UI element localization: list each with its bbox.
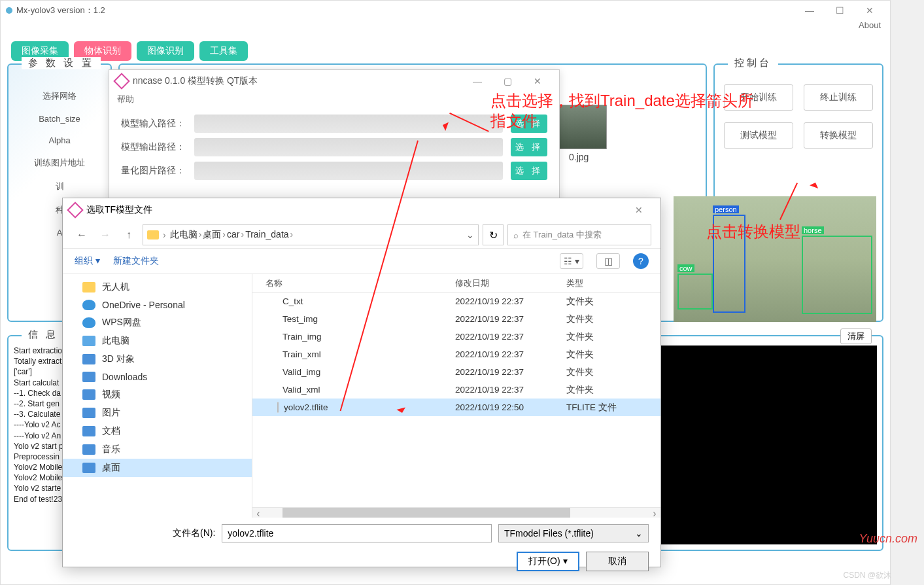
detection-box: horse (802, 236, 872, 314)
control-title: 控制台 (728, 57, 778, 69)
breadcrumb-segment[interactable]: 桌面 (203, 229, 221, 239)
new-folder-button[interactable]: 新建文件夹 (113, 255, 159, 267)
param-item[interactable]: 训练图片地址 (9, 151, 111, 175)
ico-cloud-icon (82, 317, 95, 328)
path-dropdown-icon[interactable]: ⌄ (466, 230, 474, 240)
view-mode-button[interactable]: ☷ ▾ (560, 253, 583, 269)
input-path-choose-button[interactable]: 选 择 (511, 115, 547, 133)
param-item[interactable]: 选择网络 (9, 84, 111, 108)
sidebar-tree[interactable]: 无人机OneDrive - PersonalWPS网盘此电脑3D 对象Downl… (63, 274, 252, 518)
quant-path-choose-button[interactable]: 选 择 (511, 162, 547, 180)
param-item[interactable]: 训 (9, 175, 111, 198)
sidebar-item[interactable]: OneDrive - Personal (63, 296, 252, 313)
nav-up-button[interactable]: ↑ (119, 225, 139, 245)
file-open-dialog: 选取TF模型文件 ✕ ← → ↑ › 此电脑›桌面›car›Train_data… (62, 198, 661, 567)
sidebar-item[interactable]: WPS网盘 (63, 313, 252, 332)
sidebar-item[interactable]: 视频 (63, 385, 252, 404)
output-path-choose-button[interactable]: 选 择 (511, 138, 547, 156)
file-row[interactable]: Train_img2022/10/19 22:37文件夹 (252, 328, 660, 346)
minimize-button[interactable]: — (795, 1, 825, 20)
sidebar-item[interactable]: Downloads (63, 368, 252, 385)
nncase-minimize[interactable]: — (462, 72, 492, 90)
ico-blue-icon (82, 444, 95, 455)
start-training-button[interactable]: 开始训练 (724, 84, 793, 111)
clear-screen-button[interactable]: 清屏 (840, 328, 872, 344)
organize-menu[interactable]: 组织 ▾ (75, 255, 100, 267)
sidebar-item[interactable]: 文档 (63, 422, 252, 440)
ico-folder-icon (82, 282, 95, 292)
preview-pane-button[interactable]: ◫ (596, 253, 620, 269)
detection-preview: personcowhorse (674, 196, 876, 322)
close-button[interactable]: ✕ (855, 1, 885, 20)
tab-2[interactable]: 图像识别 (137, 41, 194, 61)
ico-blue-icon (82, 372, 95, 382)
sidebar-item[interactable]: 图片 (63, 404, 252, 422)
watermark: CSDN @欲沐 (843, 570, 891, 581)
detection-box: cow (677, 274, 713, 310)
folder-icon (147, 230, 159, 239)
file-row[interactable]: Test_img2022/10/19 22:37文件夹 (252, 310, 660, 328)
param-item[interactable]: Alpha (9, 130, 111, 151)
filetype-dropdown[interactable]: TFmodel Files (*.tflite)⌄ (498, 524, 649, 542)
scroll-right-icon[interactable]: › (649, 508, 660, 518)
ico-cloud-icon (82, 300, 95, 310)
help-icon[interactable]: ? (633, 253, 649, 269)
menubar: About (1, 20, 890, 36)
param-item[interactable]: Batch_size (9, 108, 111, 130)
address-bar[interactable]: › 此电脑›桌面›car›Train_data› ⌄ (143, 224, 479, 245)
nncase-maximize[interactable]: ▢ (492, 72, 522, 90)
scroll-left-icon[interactable]: ‹ (252, 508, 264, 518)
file-row[interactable]: yolov2.tflite2022/10/19 22:50TFLITE 文件 (252, 399, 660, 416)
breadcrumb-segment[interactable]: Train_data (245, 229, 288, 239)
tab-3[interactable]: 工具集 (199, 41, 248, 61)
nncase-close[interactable]: ✕ (522, 72, 553, 90)
open-button[interactable]: 打开(O) ▾ (517, 552, 579, 571)
file-row[interactable]: C_txt2022/10/19 22:37文件夹 (252, 292, 660, 310)
file-row[interactable]: Valid_xml2022/10/19 22:37文件夹 (252, 381, 660, 399)
column-name[interactable]: 名称 (252, 277, 455, 289)
about-menu[interactable]: About (859, 20, 881, 30)
ico-pc-icon (82, 336, 95, 346)
ico-blue-icon (82, 389, 95, 400)
column-type[interactable]: 类型 (566, 277, 645, 289)
nncase-help-menu[interactable]: 帮助 (109, 92, 559, 111)
search-icon: ⌕ (513, 230, 519, 240)
input-path-label: 模型输入路径： (121, 118, 186, 130)
quant-path-field[interactable] (194, 162, 503, 180)
cancel-button[interactable]: 取消 (586, 552, 649, 571)
sidebar-item[interactable]: 桌面 (63, 459, 252, 477)
maximize-button[interactable]: ☐ (825, 1, 855, 20)
output-path-field[interactable] (194, 138, 503, 156)
sidebar-item[interactable]: 此电脑 (63, 332, 252, 350)
scrollbar-thumb[interactable] (282, 508, 570, 518)
nav-back-button[interactable]: ← (72, 225, 92, 245)
file-row[interactable]: Valid_img2022/10/19 22:37文件夹 (252, 363, 660, 381)
refresh-button[interactable]: ↻ (483, 224, 504, 245)
dialog-close-button[interactable]: ✕ (624, 201, 654, 219)
output-path-label: 模型输出路径： (121, 141, 186, 153)
ico-blue-icon (82, 408, 95, 418)
search-box[interactable]: ⌕ 在 Train_data 中搜索 (507, 224, 651, 245)
detection-box: person (713, 215, 745, 313)
filename-label: 文件名(N): (173, 527, 215, 539)
ico-blue-icon (82, 426, 95, 436)
filename-input[interactable] (222, 524, 492, 542)
sidebar-item[interactable]: 无人机 (63, 278, 252, 296)
ico-blue-icon (82, 463, 95, 473)
nncase-dialog: nncase 0.1.0 模型转换 QT版本 — ▢ ✕ 帮助 模型输入路径： … (109, 69, 560, 200)
search-placeholder: 在 Train_data 中搜索 (522, 229, 602, 241)
sidebar-item[interactable]: 3D 对象 (63, 350, 252, 368)
sidebar-item[interactable]: 音乐 (63, 440, 252, 459)
breadcrumb-segment[interactable]: car (227, 229, 239, 239)
window-title: Mx-yolov3 version：1.2 (16, 5, 105, 16)
column-date[interactable]: 修改日期 (455, 277, 566, 289)
stop-training-button[interactable]: 终止训练 (804, 84, 873, 111)
yuucn-watermark: Yuucn.com (859, 532, 917, 546)
breadcrumb-segment[interactable]: 此电脑 (170, 229, 197, 239)
params-title: 参 数 设 置 (22, 57, 101, 69)
titlebar: Mx-yolov3 version：1.2 — ☐ ✕ (1, 1, 890, 20)
app-icon (6, 7, 12, 14)
nav-forward-button[interactable]: → (95, 225, 115, 245)
file-list[interactable]: 名称 修改日期 类型 C_txt2022/10/19 22:37文件夹Test_… (252, 274, 660, 518)
file-row[interactable]: Train_xml2022/10/19 22:37文件夹 (252, 346, 660, 363)
